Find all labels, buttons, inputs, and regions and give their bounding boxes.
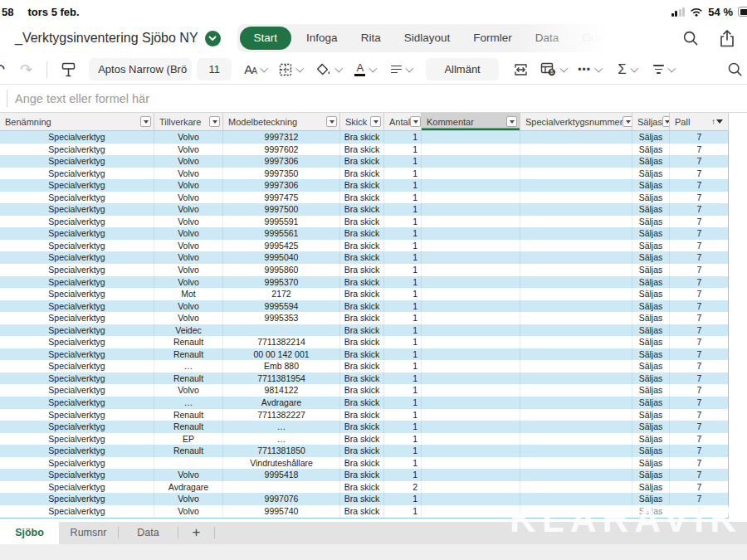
search-icon[interactable]	[682, 30, 699, 46]
cell-kommentar[interactable]	[422, 409, 520, 421]
cell-skick[interactable]: Bra skick	[340, 457, 384, 470]
ribbon-tab-sidlayout[interactable]: Sidlayout	[393, 27, 462, 50]
cell-kommentar[interactable]	[422, 445, 520, 457]
cell-modelbeteckning[interactable]: 7711381954	[223, 373, 340, 385]
cell-s-ljas[interactable]: Säljas	[632, 155, 670, 168]
cell-specialverktygsnummer[interactable]	[520, 445, 632, 457]
borders-button[interactable]	[279, 63, 303, 76]
cell-skick[interactable]: Bra skick	[340, 493, 384, 505]
sheet-tab-data[interactable]: Data	[119, 522, 178, 544]
cell-antal[interactable]: 2	[384, 481, 422, 494]
cell-antal[interactable]: 1	[384, 505, 422, 518]
cell-kommentar[interactable]	[422, 216, 520, 228]
ribbon-tab-rita[interactable]: Rita	[349, 27, 393, 50]
cell-pall[interactable]: 7	[670, 457, 729, 470]
cell-pall[interactable]: 7	[670, 131, 729, 144]
cell-tillverkare[interactable]: Renault	[154, 336, 223, 348]
cell-antal[interactable]: 1	[384, 324, 422, 337]
cell-ben-mning[interactable]: Specialverktyg	[0, 144, 154, 156]
font-style-button[interactable]: AA	[244, 62, 266, 76]
cell-skick[interactable]: Bra skick	[340, 192, 384, 204]
cell-specialverktygsnummer[interactable]	[520, 469, 632, 481]
cell-specialverktygsnummer[interactable]	[520, 336, 632, 348]
cell-pall[interactable]: 7	[670, 493, 729, 505]
cell-pall[interactable]: 7	[670, 216, 729, 228]
cell-specialverktygsnummer[interactable]	[520, 264, 632, 276]
cell-ben-mning[interactable]: Specialverktyg	[0, 457, 154, 470]
alignment-button[interactable]	[391, 66, 413, 74]
cell-s-ljas[interactable]: Säljas	[632, 457, 670, 470]
cell-ben-mning[interactable]: Specialverktyg	[0, 131, 154, 144]
cell-kommentar[interactable]	[422, 469, 520, 481]
cell-modelbeteckning[interactable]: 9995418	[223, 469, 340, 481]
redo-button[interactable]: ↷	[20, 62, 32, 77]
cell-tillverkare[interactable]: Volvo	[154, 469, 223, 481]
cell-kommentar[interactable]	[422, 264, 520, 276]
cell-skick[interactable]: Bra skick	[340, 481, 384, 494]
cell-pall[interactable]: 7	[670, 288, 729, 300]
cell-pall[interactable]: 7	[670, 360, 729, 373]
cell-modelbeteckning[interactable]: 9995353	[223, 312, 340, 324]
cell-tillverkare[interactable]: Volvo	[154, 240, 223, 252]
cell-s-ljas[interactable]: Säljas	[632, 264, 670, 276]
cell-tillverkare[interactable]: Mot	[154, 288, 223, 300]
cell-specialverktygsnummer[interactable]	[520, 312, 632, 324]
column-header-skick[interactable]: Skick	[340, 113, 384, 131]
font-size-select[interactable]: 11	[197, 58, 232, 80]
cell-skick[interactable]: Bra skick	[340, 421, 384, 433]
cell-ben-mning[interactable]: Specialverktyg	[0, 433, 154, 446]
cell-pall[interactable]: 7	[670, 300, 729, 313]
cell-antal[interactable]: 1	[384, 144, 422, 156]
cell-pall[interactable]: 7	[670, 240, 729, 252]
cell-skick[interactable]: Bra skick	[340, 227, 384, 240]
cell-ben-mning[interactable]: Specialverktyg	[0, 276, 154, 289]
cell-ben-mning[interactable]: Specialverktyg	[0, 493, 154, 505]
number-format-select[interactable]: Allmänt	[426, 58, 498, 80]
filter-dropdown-icon[interactable]	[662, 116, 670, 127]
cell-modelbeteckning[interactable]: 9997306	[223, 179, 340, 192]
column-header-ben-mning[interactable]: Benämning	[0, 113, 154, 131]
cell-s-ljas[interactable]: Säljas	[632, 481, 670, 494]
cell-s-ljas[interactable]: Säljas	[632, 131, 670, 144]
column-header-specialverktygsnummer[interactable]: Specialverktygsnummer	[520, 113, 632, 131]
cell-antal[interactable]: 1	[384, 312, 422, 324]
cell-skick[interactable]: Bra skick	[340, 348, 384, 361]
fill-color-button[interactable]	[316, 63, 342, 76]
cell-kommentar[interactable]	[422, 384, 520, 397]
cell-s-ljas[interactable]: Säljas	[632, 312, 670, 324]
cell-pall[interactable]: 7	[670, 203, 729, 216]
cell-modelbeteckning[interactable]	[223, 481, 340, 494]
ribbon-tab-data[interactable]: Data	[524, 27, 571, 50]
cell-tillverkare[interactable]: Volvo	[154, 264, 223, 276]
filter-dropdown-icon[interactable]	[209, 116, 220, 127]
cell-specialverktygsnummer[interactable]	[520, 373, 632, 385]
cell-s-ljas[interactable]: Säljas	[632, 240, 670, 252]
cell-antal[interactable]: 1	[384, 409, 422, 421]
cell-kommentar[interactable]	[422, 481, 520, 494]
filter-dropdown-icon[interactable]	[410, 116, 421, 127]
cell-s-ljas[interactable]: Säljas	[632, 251, 670, 264]
cell-skick[interactable]: Bra skick	[340, 433, 384, 446]
cell-kommentar[interactable]	[422, 300, 520, 313]
cell-pall[interactable]: 7	[670, 409, 729, 421]
cell-kommentar[interactable]	[422, 505, 520, 518]
cell-s-ljas[interactable]: Säljas	[632, 179, 670, 192]
cell-s-ljas[interactable]: Säljas	[632, 192, 670, 204]
cell-kommentar[interactable]	[422, 192, 520, 204]
cell-s-ljas[interactable]: Säljas	[632, 300, 670, 313]
find-icon[interactable]	[727, 61, 743, 77]
document-title[interactable]: _Verktygsinventering Sjöbo NY	[15, 31, 198, 46]
sheet-tab-rumsnr[interactable]: Rumsnr	[59, 522, 118, 544]
cell-pall[interactable]: 7	[670, 433, 729, 446]
cell-kommentar[interactable]	[422, 324, 520, 337]
cell-tillverkare[interactable]: Volvo	[154, 131, 223, 144]
cell-modelbeteckning[interactable]: 9814122	[223, 384, 340, 397]
sheet-tab-sj-bo[interactable]: Sjöbo	[0, 522, 59, 544]
cell-modelbeteckning[interactable]: Emb 880	[223, 360, 340, 373]
cell-specialverktygsnummer[interactable]	[520, 240, 632, 252]
cell-tillverkare[interactable]: Volvo	[154, 384, 223, 397]
cell-tillverkare[interactable]: Volvo	[154, 168, 223, 180]
cell-skick[interactable]: Bra skick	[340, 288, 384, 300]
cell-pall[interactable]: 7	[670, 336, 729, 348]
cell-tillverkare[interactable]: Renault	[154, 373, 223, 385]
